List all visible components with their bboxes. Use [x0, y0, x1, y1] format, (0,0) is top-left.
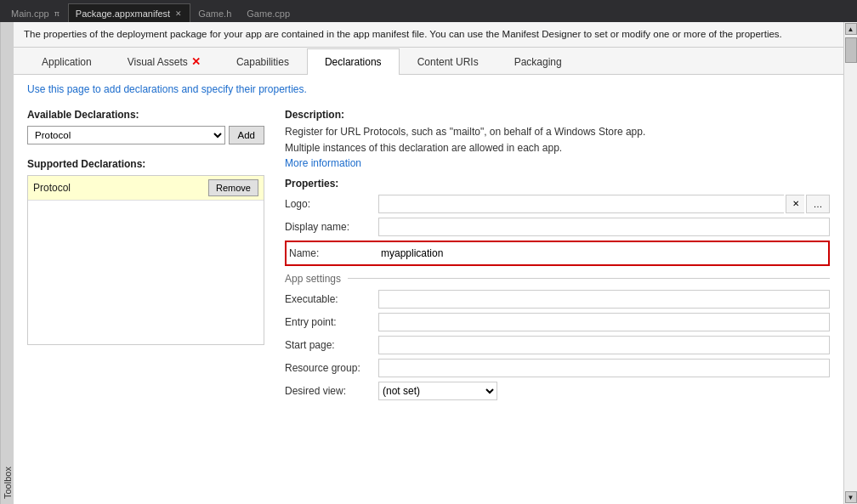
supported-declarations-box: Protocol Remove: [27, 175, 264, 345]
name-label: Name:: [289, 247, 377, 259]
tab-content-uris[interactable]: Content URIs: [400, 48, 497, 75]
tab-game-cpp[interactable]: Game.cpp: [239, 3, 298, 22]
tab-application[interactable]: Application: [24, 48, 110, 75]
tab-declarations[interactable]: Declarations: [307, 48, 400, 75]
resource-group-input[interactable]: [378, 359, 830, 377]
tab-game-h-label: Game.h: [198, 8, 231, 19]
start-page-label: Start page:: [285, 339, 378, 351]
name-row: Name:: [285, 241, 830, 266]
description-title: Description:: [285, 109, 830, 121]
tab-declarations-label: Declarations: [325, 56, 382, 68]
start-page-input[interactable]: [378, 336, 830, 354]
description-line1: Register for URL Protocols, such as "mai…: [285, 124, 830, 140]
app-settings-divider: App settings: [285, 273, 830, 285]
toolbox-label[interactable]: Toolbox: [0, 22, 14, 504]
tab-application-label: Application: [42, 56, 92, 68]
logo-label: Logo:: [285, 198, 378, 210]
entry-point-input[interactable]: [378, 313, 830, 331]
executable-row: Executable:: [285, 290, 830, 309]
tab-main-cpp-pin[interactable]: π: [54, 9, 60, 18]
display-name-input[interactable]: [378, 218, 830, 236]
left-panel: Available Declarations: Protocol Backgro…: [27, 109, 278, 404]
right-panel: Description: Register for URL Protocols,…: [278, 109, 830, 404]
nav-tabs: Application Visual Assets ✕ Capabilities…: [14, 48, 843, 75]
tab-main-cpp[interactable]: Main.cpp π: [3, 3, 68, 22]
tab-capabilities-label: Capabilities: [236, 56, 289, 68]
app-settings-label: App settings: [285, 273, 348, 285]
tab-game-cpp-label: Game.cpp: [247, 8, 290, 19]
desired-view-label: Desired view:: [285, 385, 378, 397]
description-line2: Multiple instances of this declaration a…: [285, 140, 830, 156]
logo-browse-button[interactable]: …: [806, 195, 830, 213]
two-col-layout: Available Declarations: Protocol Backgro…: [27, 109, 830, 404]
info-bar-text: The properties of the deployment package…: [24, 29, 782, 39]
display-name-label: Display name:: [285, 221, 378, 233]
available-declarations-label: Available Declarations:: [27, 109, 264, 121]
entry-point-row: Entry point:: [285, 313, 830, 331]
tab-capabilities[interactable]: Capabilities: [219, 48, 307, 75]
tab-package-appxmanifest[interactable]: Package.appxmanifest ✕: [68, 3, 190, 22]
content-area: The properties of the deployment package…: [14, 22, 843, 504]
tab-packaging[interactable]: Packaging: [497, 48, 580, 75]
available-declarations-row: Protocol Background Tasks Camera Setting…: [27, 126, 264, 144]
visual-assets-error-icon: ✕: [191, 55, 201, 68]
logo-row: Logo: ✕ …: [285, 195, 830, 213]
page-hint: Use this page to add declarations and sp…: [27, 83, 830, 95]
entry-point-label: Entry point:: [285, 316, 378, 328]
tab-game-h[interactable]: Game.h: [190, 3, 239, 22]
desired-view-dropdown[interactable]: (not set) Default UseLess UseHalf UseMor…: [378, 382, 497, 400]
executable-label: Executable:: [285, 293, 378, 305]
scrollbar-up-button[interactable]: ▲: [845, 23, 857, 35]
add-declaration-button[interactable]: Add: [229, 126, 264, 144]
tab-bar: Main.cpp π Package.appxmanifest ✕ Game.h…: [0, 0, 857, 22]
resource-group-row: Resource group:: [285, 359, 830, 377]
resource-group-label: Resource group:: [285, 362, 378, 374]
tab-visual-assets[interactable]: Visual Assets ✕: [110, 48, 219, 75]
divider-line: [348, 278, 830, 279]
scrollbar-thumb[interactable]: [845, 37, 857, 63]
logo-input-wrap: ✕ …: [378, 195, 830, 213]
desired-view-row: Desired view: (not set) Default UseLess …: [285, 382, 830, 400]
properties-title: Properties:: [285, 178, 830, 190]
more-information-link[interactable]: More information: [285, 157, 361, 169]
supported-declaration-protocol[interactable]: Protocol Remove: [28, 176, 264, 201]
tab-content-uris-label: Content URIs: [417, 56, 479, 68]
scrollbar[interactable]: ▲ ▼: [843, 22, 857, 504]
info-bar: The properties of the deployment package…: [14, 22, 843, 48]
remove-declaration-button[interactable]: Remove: [208, 179, 258, 196]
logo-input[interactable]: [378, 195, 784, 213]
display-name-row: Display name:: [285, 218, 830, 236]
supported-declaration-protocol-label: Protocol: [33, 182, 71, 194]
start-page-row: Start page:: [285, 336, 830, 354]
name-input[interactable]: [377, 244, 826, 263]
supported-declarations-label: Supported Declarations:: [27, 158, 264, 170]
tab-main-cpp-label: Main.cpp: [11, 8, 49, 19]
page-content: Use this page to add declarations and sp…: [14, 75, 843, 504]
tab-visual-assets-label: Visual Assets: [128, 56, 188, 68]
tab-package-appxmanifest-label: Package.appxmanifest: [76, 8, 170, 19]
tab-package-appxmanifest-close[interactable]: ✕: [174, 9, 183, 18]
available-declarations-dropdown[interactable]: Protocol Background Tasks Camera Setting…: [27, 126, 225, 144]
logo-clear-button[interactable]: ✕: [786, 195, 804, 213]
scrollbar-down-button[interactable]: ▼: [845, 491, 857, 503]
tab-packaging-label: Packaging: [514, 56, 562, 68]
executable-input[interactable]: [378, 290, 830, 309]
